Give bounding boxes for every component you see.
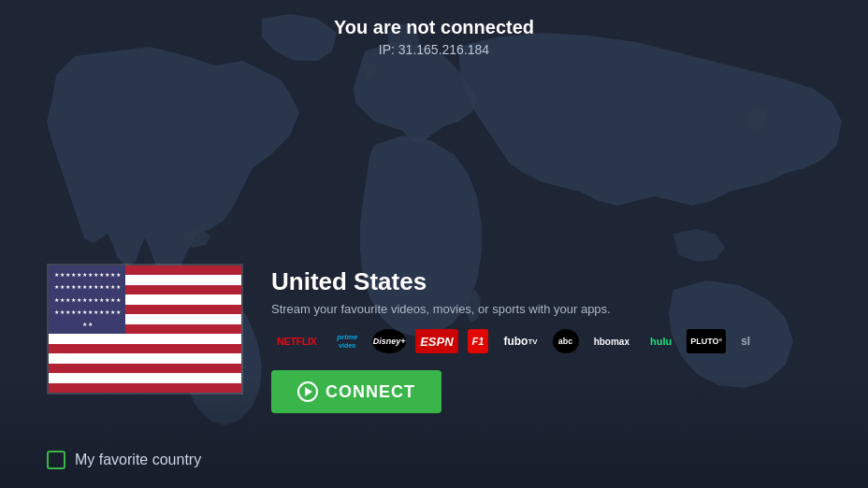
star-9: ★: [99, 272, 104, 278]
star-13: ★: [54, 284, 59, 290]
star-25: ★: [54, 297, 59, 303]
connection-status: You are not connected: [0, 17, 868, 38]
star-5: ★: [77, 272, 81, 278]
star-30: ★: [82, 297, 87, 303]
logo-f1: F1: [468, 329, 489, 353]
play-icon: [297, 381, 318, 402]
prime-label-top: prime: [337, 334, 357, 342]
star-11: ★: [110, 272, 115, 278]
country-flag: ★ ★ ★ ★ ★ ★ ★ ★ ★ ★ ★ ★ ★ ★ ★ ★ ★ ★ ★ ★: [47, 264, 243, 395]
stripe-10: [49, 353, 241, 363]
star-6: ★: [82, 272, 87, 278]
star-32: ★: [94, 297, 98, 303]
star-12: ★: [116, 272, 121, 278]
star-41: ★: [77, 309, 81, 315]
stripe-9: [49, 344, 241, 353]
star-42: ★: [82, 309, 87, 315]
star-3: ★: [65, 272, 70, 278]
country-description: Stream your favourite videos, movies, or…: [271, 302, 756, 316]
star-23: ★: [110, 284, 115, 290]
logo-more: sl: [735, 329, 756, 353]
star-31: ★: [88, 297, 93, 303]
flag-usa: ★ ★ ★ ★ ★ ★ ★ ★ ★ ★ ★ ★ ★ ★ ★ ★ ★ ★ ★ ★: [49, 266, 241, 393]
star-20: ★: [94, 284, 98, 290]
streaming-logos: NETFLIX prime video Disney+ ESPN F1 fubo…: [271, 329, 756, 353]
star-45: ★: [99, 309, 104, 315]
header: You are not connected IP: 31.165.216.184: [0, 17, 868, 57]
logo-abc: abc: [553, 329, 579, 353]
country-name: United States: [271, 267, 756, 296]
star-2: ★: [60, 272, 65, 278]
star-36: ★: [116, 297, 121, 303]
stripe-13: [49, 383, 241, 393]
logo-fubo: fuboTV: [498, 329, 542, 353]
star-26: ★: [60, 297, 65, 303]
star-49: ★: [82, 322, 87, 327]
star-19: ★: [88, 284, 93, 290]
star-33: ★: [99, 297, 104, 303]
star-10: ★: [105, 272, 109, 278]
logo-espn: ESPN: [415, 329, 457, 353]
star-34: ★: [105, 297, 109, 303]
logo-hulu: hulu: [644, 329, 677, 353]
favorite-row[interactable]: My favorite country: [47, 451, 201, 469]
star-27: ★: [65, 297, 70, 303]
logo-disney: Disney+: [372, 329, 406, 353]
logo-hbomax: hbomax: [588, 329, 635, 353]
star-21: ★: [99, 284, 104, 290]
star-50: ★: [88, 322, 93, 327]
logo-netflix: NETFLIX: [271, 329, 322, 353]
play-triangle-icon: [305, 387, 312, 396]
star-8: ★: [94, 272, 98, 278]
star-48: ★: [116, 309, 121, 315]
star-22: ★: [105, 284, 109, 290]
logo-pluto: PLUTO°: [687, 329, 726, 353]
fubo-tv: TV: [528, 337, 537, 346]
connect-button[interactable]: CONNECT: [271, 370, 441, 413]
country-info: United States Stream your favourite vide…: [271, 264, 756, 413]
star-14: ★: [60, 284, 65, 290]
star-17: ★: [77, 284, 81, 290]
star-37: ★: [54, 309, 59, 315]
star-40: ★: [71, 309, 76, 315]
ip-address: IP: 31.165.216.184: [0, 42, 868, 57]
flag-canton: ★ ★ ★ ★ ★ ★ ★ ★ ★ ★ ★ ★ ★ ★ ★ ★ ★ ★ ★ ★: [49, 266, 125, 334]
star-7: ★: [88, 272, 93, 278]
stripe-8: [49, 334, 241, 343]
star-4: ★: [71, 272, 76, 278]
connect-label: CONNECT: [326, 382, 415, 402]
star-46: ★: [105, 309, 109, 315]
star-47: ★: [110, 309, 115, 315]
star-35: ★: [110, 297, 115, 303]
star-44: ★: [94, 309, 98, 315]
logo-prime: prime video: [331, 329, 363, 353]
star-29: ★: [77, 297, 81, 303]
star-24: ★: [116, 284, 121, 290]
star-18: ★: [82, 284, 87, 290]
star-38: ★: [60, 309, 65, 315]
favorite-label: My favorite country: [75, 452, 201, 468]
star-39: ★: [65, 309, 70, 315]
favorite-checkbox[interactable]: [47, 451, 65, 469]
star-43: ★: [88, 309, 93, 315]
star-28: ★: [71, 297, 76, 303]
stripe-11: [49, 364, 241, 373]
main-content: ★ ★ ★ ★ ★ ★ ★ ★ ★ ★ ★ ★ ★ ★ ★ ★ ★ ★ ★ ★: [47, 264, 868, 413]
star-16: ★: [71, 284, 76, 290]
star-15: ★: [65, 284, 70, 290]
star-1: ★: [54, 272, 59, 278]
stripe-12: [49, 373, 241, 382]
prime-label-bottom: video: [339, 342, 355, 350]
